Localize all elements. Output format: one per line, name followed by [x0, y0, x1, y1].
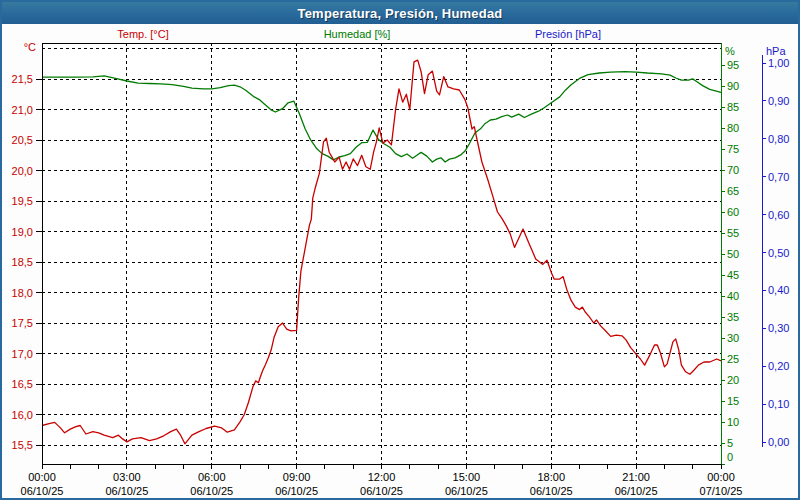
- chart-canvas: 21,521,020,520,019,519,018,518,017,517,0…: [2, 2, 800, 500]
- svg-text:21:00: 21:00: [622, 471, 650, 483]
- svg-text:06/10/25: 06/10/25: [445, 485, 488, 497]
- svg-text:0,80: 0,80: [768, 133, 789, 145]
- svg-text:09:00: 09:00: [283, 471, 311, 483]
- svg-text:20,5: 20,5: [12, 134, 33, 146]
- svg-text:16,0: 16,0: [12, 409, 33, 421]
- svg-text:06/10/25: 06/10/25: [360, 485, 403, 497]
- svg-text:18:00: 18:00: [537, 471, 565, 483]
- svg-text:06/10/25: 06/10/25: [615, 485, 658, 497]
- svg-text:80: 80: [727, 122, 739, 134]
- pressure-axis: 1,000,900,800,700,600,500,400,300,200,10…: [762, 55, 789, 448]
- svg-text:50: 50: [727, 248, 739, 260]
- svg-text:20: 20: [727, 374, 739, 386]
- svg-text:75: 75: [727, 143, 739, 155]
- legend-humidity: Humedad [%]: [324, 28, 391, 40]
- svg-text:10: 10: [727, 416, 739, 428]
- svg-text:15: 15: [727, 395, 739, 407]
- svg-text:06/10/25: 06/10/25: [105, 485, 148, 497]
- weather-chart-window: 21,521,020,520,019,519,018,518,017,517,0…: [0, 0, 800, 500]
- svg-text:65: 65: [727, 185, 739, 197]
- svg-text:45: 45: [727, 269, 739, 281]
- svg-text:25: 25: [727, 353, 739, 365]
- svg-text:07/10/25: 07/10/25: [700, 485, 743, 497]
- temperature-axis: 21,521,020,520,019,519,018,518,017,517,0…: [12, 73, 42, 451]
- svg-text:60: 60: [727, 206, 739, 218]
- time-axis: 00:0006/10/2503:0006/10/2506:0006/10/250…: [21, 464, 743, 497]
- svg-text:18,0: 18,0: [12, 287, 33, 299]
- svg-text:40: 40: [727, 290, 739, 302]
- svg-text:0,10: 0,10: [768, 398, 789, 410]
- page-title: Temperatura, Presión, Humedad: [298, 6, 503, 21]
- legend-pressure: Presión [hPa]: [535, 28, 601, 40]
- svg-text:0: 0: [727, 451, 733, 463]
- pressure-axis-unit: hPa: [766, 45, 786, 57]
- svg-text:0,30: 0,30: [768, 322, 789, 334]
- svg-text:06/10/25: 06/10/25: [190, 485, 233, 497]
- temperature-axis-unit: °C: [2, 41, 36, 53]
- humidity-axis-unit: %: [725, 45, 735, 57]
- svg-text:18,5: 18,5: [12, 256, 33, 268]
- svg-text:19,5: 19,5: [12, 195, 33, 207]
- svg-text:0,70: 0,70: [768, 171, 789, 183]
- svg-text:1,00: 1,00: [768, 57, 789, 69]
- svg-text:16,5: 16,5: [12, 378, 33, 390]
- svg-text:70: 70: [727, 164, 739, 176]
- svg-text:00:00: 00:00: [28, 471, 56, 483]
- legend-temperature: Temp. [°C]: [117, 28, 168, 40]
- svg-text:5: 5: [727, 437, 733, 449]
- svg-text:17,0: 17,0: [12, 348, 33, 360]
- svg-text:19,0: 19,0: [12, 226, 33, 238]
- svg-text:0,50: 0,50: [768, 247, 789, 259]
- svg-text:03:00: 03:00: [113, 471, 141, 483]
- svg-text:06/10/25: 06/10/25: [21, 485, 64, 497]
- svg-text:30: 30: [727, 332, 739, 344]
- svg-text:20,0: 20,0: [12, 165, 33, 177]
- svg-text:90: 90: [727, 80, 739, 92]
- svg-text:00:00: 00:00: [707, 471, 735, 483]
- svg-text:55: 55: [727, 227, 739, 239]
- svg-text:06/10/25: 06/10/25: [275, 485, 318, 497]
- svg-text:12:00: 12:00: [368, 471, 396, 483]
- svg-text:15:00: 15:00: [453, 471, 481, 483]
- title-bar: Temperatura, Presión, Humedad: [2, 2, 798, 24]
- svg-text:0,90: 0,90: [768, 95, 789, 107]
- svg-text:0,40: 0,40: [768, 284, 789, 296]
- svg-text:35: 35: [727, 311, 739, 323]
- humidity-axis: 95908580757065605550454035302520151050: [721, 43, 739, 464]
- svg-text:06:00: 06:00: [198, 471, 226, 483]
- svg-text:21,0: 21,0: [12, 104, 33, 116]
- svg-text:21,5: 21,5: [12, 73, 33, 85]
- svg-text:0,60: 0,60: [768, 209, 789, 221]
- svg-text:15,5: 15,5: [12, 439, 33, 451]
- svg-text:17,5: 17,5: [12, 317, 33, 329]
- svg-text:0,00: 0,00: [768, 436, 789, 448]
- svg-text:95: 95: [727, 59, 739, 71]
- svg-text:06/10/25: 06/10/25: [530, 485, 573, 497]
- svg-text:0,20: 0,20: [768, 360, 789, 372]
- svg-text:85: 85: [727, 101, 739, 113]
